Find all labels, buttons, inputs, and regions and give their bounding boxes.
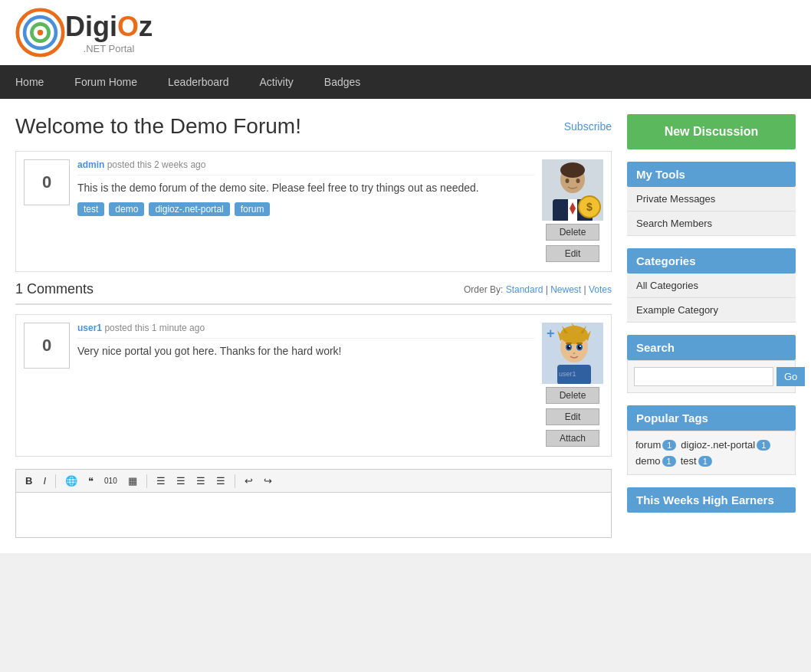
popular-tag-digioz-count: 1 — [757, 440, 770, 451]
order-by-label: Order By: — [464, 284, 503, 295]
toolbar-link[interactable]: 🌐 — [61, 473, 82, 489]
main-post-avatar: $ — [542, 159, 603, 221]
comment-1-time: posted this 1 minute ago — [104, 323, 205, 333]
svg-point-6 — [560, 162, 585, 178]
popular-tag-digioz[interactable]: digioz-.net-portal 1 — [681, 439, 770, 451]
comment-1-edit-btn[interactable]: Edit — [546, 408, 599, 425]
nav-leaderboard[interactable]: Leaderboard — [153, 65, 244, 99]
search-go-button[interactable]: Go — [777, 367, 805, 386]
svg-point-27 — [569, 346, 570, 347]
main-post: 0 admin posted this 2 weeks ago This is … — [15, 151, 612, 272]
logo-text: DigiOz .NET Portal — [65, 11, 153, 54]
content-area: Welcome to the Demo Forum! Subscribe 0 a… — [15, 114, 612, 538]
order-votes[interactable]: Votes — [589, 284, 612, 295]
sidebar-item-example-category[interactable]: Example Category — [627, 298, 796, 323]
editor-area[interactable] — [15, 492, 612, 538]
main-post-meta: admin posted this 2 weeks ago — [77, 159, 534, 175]
main-post-avatar-area: $ Delete Edit — [542, 159, 603, 264]
popular-tag-test[interactable]: test 1 — [681, 455, 712, 467]
comments-count: 1 Comments — [15, 281, 94, 297]
comment-1-avatar-area: + — [542, 323, 603, 448]
comment-1-delete-btn[interactable]: Delete — [546, 387, 599, 404]
search-input[interactable] — [634, 367, 773, 386]
logo-digi: Digi — [65, 11, 117, 42]
popular-tag-test-label: test — [681, 455, 697, 467]
popular-tag-forum[interactable]: forum 1 — [635, 439, 676, 451]
toolbar-ul[interactable]: ☰ — [172, 473, 190, 489]
my-tools-box: My Tools Private Messages Search Members — [627, 162, 796, 236]
nav-home[interactable]: Home — [0, 65, 59, 99]
comment-1-content: Very nice portal you got here. Thanks fo… — [77, 343, 534, 359]
popular-tag-demo-count: 1 — [662, 456, 676, 467]
toolbar-align-left[interactable]: ☰ — [192, 473, 210, 489]
nav-activity[interactable]: Activity — [244, 65, 308, 99]
high-earners-box: This Weeks High Earners — [627, 487, 796, 513]
subscribe-link[interactable]: Subscribe — [564, 120, 612, 133]
page-title-row: Welcome to the Demo Forum! Subscribe — [15, 114, 612, 139]
tag-forum[interactable]: forum — [235, 202, 271, 216]
svg-text:user1: user1 — [559, 370, 576, 378]
tags-area: forum 1 digioz-.net-portal 1 demo 1 test… — [627, 431, 796, 475]
popular-tags-box: Popular Tags forum 1 digioz-.net-portal … — [627, 405, 796, 475]
popular-tag-forum-count: 1 — [662, 440, 676, 451]
toolbar-redo[interactable]: ↪ — [259, 473, 277, 489]
categories-box: Categories All Categories Example Catego… — [627, 248, 796, 323]
popular-tag-forum-label: forum — [635, 439, 661, 451]
search-header: Search — [627, 335, 796, 360]
editor-toolbar: B I 🌐 ❝ 010 ▦ ☰ ☰ ☰ ☰ ↩ ↪ — [15, 469, 612, 492]
nav-bar: Home Forum Home Leaderboard Activity Bad… — [0, 65, 811, 99]
nav-badges[interactable]: Badges — [309, 65, 376, 99]
toolbar-justify[interactable]: ☰ — [212, 473, 230, 489]
popular-tags-header: Popular Tags — [627, 405, 796, 431]
toolbar-bold[interactable]: B — [21, 473, 37, 489]
new-discussion-button[interactable]: New Discussion — [627, 114, 796, 149]
tag-test[interactable]: test — [77, 202, 104, 216]
toolbar-italic[interactable]: I — [38, 473, 51, 489]
svg-point-11 — [576, 179, 580, 183]
main-post-body: admin posted this 2 weeks ago This is th… — [77, 159, 534, 216]
order-newest[interactable]: Newest — [550, 284, 581, 295]
logo-container: DigiOz .NET Portal — [15, 8, 153, 57]
tag-digioz-net-portal[interactable]: digioz-.net-portal — [149, 202, 229, 216]
logo-z: z — [139, 11, 153, 42]
svg-text:$: $ — [586, 201, 593, 213]
svg-point-31 — [573, 352, 576, 354]
toolbar-image[interactable]: ▦ — [123, 473, 142, 489]
comment-1-username[interactable]: user1 — [77, 323, 102, 333]
toolbar-divider-1 — [55, 474, 56, 488]
high-earners-header: This Weeks High Earners — [627, 487, 796, 513]
page-title: Welcome to the Demo Forum! — [15, 114, 301, 139]
main-container: Welcome to the Demo Forum! Subscribe 0 a… — [0, 99, 811, 553]
sidebar: New Discussion My Tools Private Messages… — [627, 114, 796, 538]
order-standard[interactable]: Standard — [506, 284, 543, 295]
toolbar-ol[interactable]: ☰ — [152, 473, 170, 489]
main-post-tags: test demo digioz-.net-portal forum — [77, 202, 534, 216]
nav-forum-home[interactable]: Forum Home — [59, 65, 153, 99]
main-post-edit-btn[interactable]: Edit — [546, 245, 599, 262]
search-box: Search Go — [627, 335, 796, 393]
svg-text:+: + — [547, 326, 555, 341]
main-post-username[interactable]: admin — [77, 159, 104, 170]
sidebar-item-search-members[interactable]: Search Members — [627, 211, 796, 236]
sidebar-item-private-messages[interactable]: Private Messages — [627, 187, 796, 211]
logo-net: .NET Portal — [65, 43, 153, 54]
svg-point-10 — [566, 179, 570, 183]
sidebar-item-all-categories[interactable]: All Categories — [627, 274, 796, 298]
site-header: DigiOz .NET Portal — [0, 0, 811, 65]
toolbar-undo[interactable]: ↩ — [240, 473, 258, 489]
comment-1-meta: user1 posted this 1 minute ago — [77, 323, 534, 339]
comments-header: 1 Comments Order By: Standard | Newest |… — [15, 281, 612, 305]
comment-1-body: user1 posted this 1 minute ago Very nice… — [77, 323, 534, 366]
tag-demo[interactable]: demo — [109, 202, 144, 216]
logo-icon — [15, 8, 65, 57]
toolbar-quote[interactable]: ❝ — [84, 473, 98, 489]
popular-tag-demo[interactable]: demo 1 — [635, 455, 676, 467]
toolbar-divider-2 — [146, 474, 147, 488]
toolbar-code[interactable]: 010 — [100, 474, 122, 487]
editor-section: B I 🌐 ❝ 010 ▦ ☰ ☰ ☰ ☰ ↩ ↪ — [15, 469, 612, 538]
main-post-delete-btn[interactable]: Delete — [546, 224, 599, 241]
comment-1-attach-btn[interactable]: Attach — [546, 430, 599, 447]
my-tools-header: My Tools — [627, 162, 796, 187]
svg-point-3 — [38, 30, 43, 35]
svg-rect-30 — [576, 343, 583, 344]
